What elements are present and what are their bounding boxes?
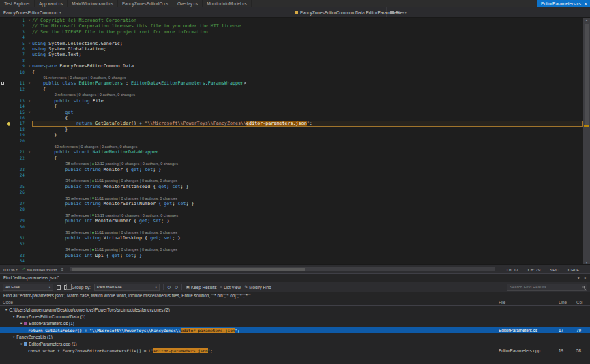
breakpoint-margin[interactable] (0, 46, 14, 52)
code-line[interactable]: 33 public int Dpi { get; set; } (0, 253, 583, 258)
breakpoint-margin[interactable] (0, 35, 14, 40)
breakpoint-margin[interactable] (0, 127, 14, 132)
fold-chevron[interactable]: ∨ (27, 110, 32, 115)
member-dropdown[interactable]: File ▾ (387, 7, 410, 17)
code-line[interactable]: 24 (0, 172, 583, 178)
breakpoint-margin[interactable] (0, 121, 14, 126)
breakpoint-margin[interactable] (0, 58, 14, 63)
triangle-expanded-icon[interactable]: ▾ (20, 342, 22, 346)
breakpoint-margin[interactable] (0, 218, 14, 224)
column-col[interactable]: Col (576, 300, 590, 305)
code-line[interactable]: 30 (0, 224, 583, 230)
breakpoint-margin[interactable] (0, 258, 14, 264)
project-dropdown[interactable]: FancyZonesEditorCommon ▾ (0, 7, 291, 17)
document-tab-fancyzoneseditorio-cs[interactable]: FancyZonesEditorIO.cs (118, 0, 173, 7)
find-group-row[interactable]: ▾EditorParameters.cpp (1) (0, 340, 590, 347)
breakpoint-margin[interactable] (0, 201, 14, 207)
document-tab-mainwindow-xaml-cs[interactable]: MainWindow.xaml.cs (68, 0, 118, 7)
outline-icon[interactable]: ≡ (61, 267, 64, 271)
fold-chevron[interactable]: ∨ (27, 41, 32, 46)
codelens-row[interactable]: 91 references | 0 changes | 0 authors, 0… (0, 75, 583, 80)
scope-dropdown[interactable]: All Files ▾ (3, 284, 53, 291)
fold-chevron[interactable]: ∨ (27, 63, 32, 69)
code-line[interactable]: 17 return GetDataFolder() + "\\Microsoft… (0, 121, 583, 126)
breakpoint-margin[interactable] (0, 41, 14, 46)
window-position-icon[interactable]: ▾ (578, 276, 580, 280)
column-file[interactable]: File (499, 300, 559, 305)
margin-indicator-icon[interactable] (1, 82, 4, 85)
breakpoint-margin[interactable] (0, 110, 14, 115)
code-line[interactable]: 14 { (0, 104, 583, 109)
fold-chevron[interactable]: ∨ (27, 18, 32, 23)
fold-chevron[interactable]: ∨ (27, 149, 32, 155)
codelens-row[interactable]: 38 references | 12/12 passing | 0 change… (0, 161, 583, 166)
breakpoint-margin[interactable] (0, 155, 14, 161)
find-group-row[interactable]: ▾FancyZonesEditorCommon\Data (1) (0, 313, 590, 320)
codelens-row[interactable]: 60 references | 0 changes | 0 authors, 0… (0, 144, 583, 149)
code-line[interactable]: 11∨ public class EditorParameters : Edit… (0, 80, 583, 86)
column-line[interactable]: Line (559, 300, 576, 305)
close-icon[interactable]: ✕ (583, 276, 587, 280)
search-input[interactable] (507, 284, 587, 291)
breakpoint-margin[interactable] (0, 149, 14, 155)
breakpoint-margin[interactable] (0, 184, 14, 189)
document-tab-app-xaml-cs[interactable]: App.xaml.cs (35, 0, 68, 7)
breakpoint-margin[interactable] (0, 235, 14, 241)
breakpoint-margin[interactable] (0, 104, 14, 109)
breakpoint-margin[interactable] (0, 138, 14, 144)
code-line[interactable]: 26 (0, 189, 583, 195)
line-ending-indicator[interactable]: CRLF (568, 267, 579, 272)
breakpoint-margin[interactable] (0, 98, 14, 104)
document-tab-test-explorer[interactable]: Test Explorer (0, 0, 35, 7)
active-document-tab[interactable]: EditorParameters.cs ✕ (537, 0, 590, 7)
codelens-row[interactable]: 34 references | 11/11 passing | 0 change… (0, 178, 583, 183)
breakpoint-margin[interactable] (0, 63, 14, 69)
breakpoint-margin[interactable] (0, 29, 14, 35)
code-line[interactable]: 20 (0, 138, 583, 144)
code-line[interactable]: 28 (0, 207, 583, 212)
code-line[interactable]: 18 } (0, 127, 583, 132)
breakpoint-margin[interactable] (0, 189, 14, 195)
codelens-row[interactable]: 34 references | 11/11 passing | 0 change… (0, 247, 583, 252)
code-line[interactable]: 9∨namespace FancyZonesEditorCommon.Data (0, 63, 583, 69)
editor-horizontal-scrollbar[interactable] (70, 267, 495, 271)
code-line[interactable]: 4 (0, 35, 583, 40)
type-dropdown[interactable]: FancyZonesEditorCommon.Data.EditorParame… (291, 7, 387, 17)
code-line[interactable]: 12 { (0, 87, 583, 92)
document-tab-monitorinfomodel-cs[interactable]: MonitorInfoModel.cs (203, 0, 252, 7)
code-line[interactable]: 27 public string MonitorSerialNumber { g… (0, 201, 583, 207)
breakpoint-margin[interactable] (0, 253, 14, 258)
close-icon[interactable]: ✕ (584, 1, 587, 6)
breakpoint-margin[interactable] (0, 80, 14, 86)
refresh-icon[interactable]: ↻ (167, 285, 171, 290)
code-line[interactable]: 8 (0, 58, 583, 63)
breakpoint-margin[interactable] (0, 70, 14, 75)
char-indicator[interactable]: Ch: 79 (528, 267, 540, 272)
triangle-expanded-icon[interactable]: ▾ (13, 335, 14, 339)
scrollbar-thumb[interactable] (585, 24, 589, 127)
fold-chevron[interactable]: ∨ (27, 80, 32, 86)
code-line[interactable]: 22 { (0, 155, 583, 161)
code-line[interactable]: 29 public int MonitorNumber { get; set; … (0, 218, 583, 224)
triangle-expanded-icon[interactable]: ▾ (20, 322, 22, 325)
breakpoint-margin[interactable] (0, 224, 14, 230)
find-group-row[interactable]: ▾FancyZonesLib (1) (0, 333, 590, 340)
breakpoint-margin[interactable] (0, 115, 14, 121)
breakpoint-margin[interactable] (0, 132, 14, 138)
codelens-row[interactable]: 36 references | 11/11 passing | 0 change… (0, 230, 583, 235)
codelens-row[interactable]: 2 references | 0 changes | 0 authors, 0 … (0, 92, 583, 97)
code-line[interactable]: 1∨// Copyright (c) Microsoft Corporation (0, 18, 583, 23)
zoom-control[interactable]: 100 % ▾ (3, 267, 18, 272)
code-line[interactable]: 34 (0, 258, 583, 264)
breakpoint-margin[interactable] (0, 167, 14, 172)
scroll-up-icon[interactable]: ▴ (583, 18, 590, 22)
code-line[interactable]: 25 public string MonitorInstanceId { get… (0, 184, 583, 189)
code-line[interactable]: 21∨ public struct NativeMonitorDataWrapp… (0, 149, 583, 155)
codelens-row[interactable]: 37 references | 13/13 passing | 0 change… (0, 213, 583, 218)
find-result-row[interactable]: return GetDataFolder() + "\\Microsoft\\P… (0, 327, 590, 333)
spaces-indicator[interactable]: SPC (550, 267, 559, 272)
find-result-row[interactable]: const wchar_t FancyZonesEditorParameters… (0, 347, 590, 354)
code-line[interactable]: 19 } (0, 132, 583, 138)
group-by-dropdown[interactable]: Path then File ▾ (94, 284, 160, 291)
code-line[interactable]: 5∨using System.Collections.Generic; (0, 41, 583, 46)
